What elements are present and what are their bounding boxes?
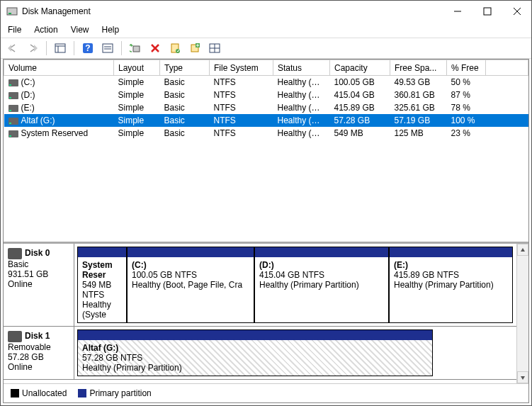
disk-info[interactable]: Disk 1Removable57.28 GBOnline: [4, 327, 74, 379]
col-volume[interactable]: Volume: [4, 60, 114, 76]
partition-header: [78, 247, 126, 257]
table-row[interactable]: (D:)SimpleBasicNTFSHealthy (P…415.04 GB3…: [4, 89, 528, 101]
swatch-black-icon: [11, 389, 19, 397]
disk-partitions: Altaf (G:)57.28 GB NTFSHealthy (Primary …: [74, 327, 516, 379]
swatch-blue-icon: [78, 389, 86, 397]
col-status[interactable]: Status: [273, 60, 330, 76]
drive-icon: [9, 105, 18, 112]
app-icon: [6, 6, 18, 17]
menu-file[interactable]: File: [8, 25, 21, 35]
tool-bar: ?: [1, 38, 531, 59]
partition-header: [390, 247, 512, 257]
menu-view[interactable]: View: [71, 25, 89, 35]
grid-button[interactable]: [207, 40, 222, 56]
disk-icon: [8, 248, 22, 259]
close-button[interactable]: [509, 3, 526, 20]
menu-bar: File Action View Help: [1, 22, 531, 38]
minimize-button[interactable]: [449, 3, 466, 20]
maximize-button[interactable]: [479, 3, 496, 20]
svg-rect-1: [9, 13, 11, 14]
properties-button[interactable]: [167, 40, 183, 56]
table-row[interactable]: (C:)SimpleBasicNTFSHealthy (B…100.05 GB4…: [4, 76, 528, 89]
svg-rect-3: [484, 8, 491, 15]
drive-icon: [9, 79, 18, 86]
svg-rect-11: [103, 44, 113, 52]
partition-header: [255, 247, 388, 257]
new-button[interactable]: [187, 40, 203, 56]
svg-text:?: ?: [85, 43, 90, 53]
col-empty[interactable]: [486, 60, 528, 76]
svg-rect-14: [133, 46, 140, 52]
partition-block[interactable]: (C:)100.05 GB NTFSHealthy (Boot, Page Fi…: [127, 247, 254, 323]
partition-block[interactable]: (E:)415.89 GB NTFSHealthy (Primary Parti…: [389, 247, 513, 323]
settings-list-button[interactable]: [100, 40, 115, 56]
partition-header: [128, 247, 254, 257]
scroll-down-icon[interactable]: [517, 371, 528, 383]
col-fs[interactable]: File System: [210, 60, 273, 76]
show-hide-button[interactable]: [52, 40, 68, 56]
disk-icon: [8, 331, 22, 342]
svg-point-18: [176, 49, 180, 53]
disk-partitions: System Reser549 MB NTFSHealthy (Syste(C:…: [74, 244, 516, 326]
window-title: Disk Management: [22, 6, 449, 16]
disk-row: Disk 0Basic931.51 GBOnlineSystem Reser54…: [4, 244, 516, 327]
svg-rect-6: [55, 44, 65, 52]
content-area: Volume Layout Type File System Status Ca…: [3, 59, 529, 403]
drive-icon: [9, 92, 18, 99]
legend-unallocated: Unallocated: [11, 388, 67, 398]
partition-block[interactable]: System Reser549 MB NTFSHealthy (Syste: [77, 247, 127, 323]
refresh-button[interactable]: [128, 40, 143, 56]
col-free[interactable]: Free Spa...: [390, 60, 447, 76]
col-pct[interactable]: % Free: [447, 60, 486, 76]
volume-list-pane: Volume Layout Type File System Status Ca…: [4, 60, 528, 242]
table-row[interactable]: Altaf (G:)SimpleBasicNTFSHealthy (P…57.2…: [4, 114, 528, 127]
col-type[interactable]: Type: [160, 60, 210, 76]
vertical-scrollbar[interactable]: [516, 244, 528, 383]
partition-block[interactable]: (D:)415.04 GB NTFSHealthy (Primary Parti…: [254, 247, 389, 323]
menu-help[interactable]: Help: [102, 25, 120, 35]
partition-header: [78, 330, 432, 340]
title-bar: Disk Management: [1, 1, 531, 22]
scroll-up-icon[interactable]: [517, 244, 528, 256]
table-row[interactable]: (E:)SimpleBasicNTFSHealthy (P…415.89 GB3…: [4, 101, 528, 114]
col-layout[interactable]: Layout: [114, 60, 160, 76]
disk-graphical-pane: Disk 0Basic931.51 GBOnlineSystem Reser54…: [4, 242, 528, 383]
drive-icon: [9, 118, 18, 125]
partition-block[interactable]: Altaf (G:)57.28 GB NTFSHealthy (Primary …: [77, 329, 433, 376]
disk-info[interactable]: Disk 0Basic931.51 GBOnline: [4, 244, 74, 326]
legend-primary: Primary partition: [78, 388, 151, 398]
legend-bar: Unallocated Primary partition: [4, 383, 528, 402]
volume-table[interactable]: Volume Layout Type File System Status Ca…: [4, 60, 528, 140]
col-capacity[interactable]: Capacity: [330, 60, 390, 76]
table-row[interactable]: System ReservedSimpleBasicNTFSHealthy (S…: [4, 127, 528, 140]
disk-row: Disk 1Removable57.28 GBOnlineAltaf (G:)5…: [4, 327, 516, 380]
forward-button[interactable]: [25, 40, 40, 56]
back-button[interactable]: [5, 40, 21, 56]
help-button[interactable]: ?: [80, 40, 96, 56]
drive-icon: [9, 130, 18, 137]
delete-button[interactable]: [147, 40, 163, 56]
menu-action[interactable]: Action: [34, 25, 57, 35]
